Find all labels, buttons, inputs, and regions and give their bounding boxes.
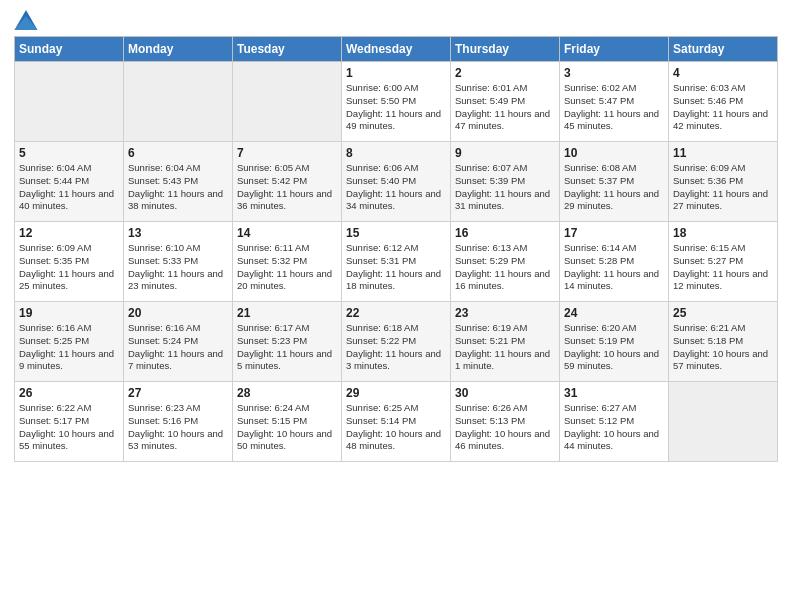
day-number: 23 xyxy=(455,306,555,320)
day-number: 18 xyxy=(673,226,773,240)
day-number: 29 xyxy=(346,386,446,400)
day-info: Sunrise: 6:03 AM Sunset: 5:46 PM Dayligh… xyxy=(673,82,773,133)
day-cell: 15Sunrise: 6:12 AM Sunset: 5:31 PM Dayli… xyxy=(342,222,451,302)
day-cell: 24Sunrise: 6:20 AM Sunset: 5:19 PM Dayli… xyxy=(560,302,669,382)
day-info: Sunrise: 6:17 AM Sunset: 5:23 PM Dayligh… xyxy=(237,322,337,373)
day-number: 12 xyxy=(19,226,119,240)
day-number: 19 xyxy=(19,306,119,320)
day-cell: 4Sunrise: 6:03 AM Sunset: 5:46 PM Daylig… xyxy=(669,62,778,142)
day-info: Sunrise: 6:15 AM Sunset: 5:27 PM Dayligh… xyxy=(673,242,773,293)
day-cell: 28Sunrise: 6:24 AM Sunset: 5:15 PM Dayli… xyxy=(233,382,342,462)
day-number: 7 xyxy=(237,146,337,160)
week-row-1: 1Sunrise: 6:00 AM Sunset: 5:50 PM Daylig… xyxy=(15,62,778,142)
day-info: Sunrise: 6:11 AM Sunset: 5:32 PM Dayligh… xyxy=(237,242,337,293)
calendar-table: SundayMondayTuesdayWednesdayThursdayFrid… xyxy=(14,36,778,462)
day-cell: 16Sunrise: 6:13 AM Sunset: 5:29 PM Dayli… xyxy=(451,222,560,302)
day-cell: 1Sunrise: 6:00 AM Sunset: 5:50 PM Daylig… xyxy=(342,62,451,142)
day-number: 10 xyxy=(564,146,664,160)
day-info: Sunrise: 6:25 AM Sunset: 5:14 PM Dayligh… xyxy=(346,402,446,453)
logo-icon xyxy=(14,10,38,30)
day-info: Sunrise: 6:26 AM Sunset: 5:13 PM Dayligh… xyxy=(455,402,555,453)
day-number: 2 xyxy=(455,66,555,80)
day-info: Sunrise: 6:12 AM Sunset: 5:31 PM Dayligh… xyxy=(346,242,446,293)
day-cell: 2Sunrise: 6:01 AM Sunset: 5:49 PM Daylig… xyxy=(451,62,560,142)
weekday-header-sunday: Sunday xyxy=(15,37,124,62)
day-cell xyxy=(669,382,778,462)
day-number: 16 xyxy=(455,226,555,240)
day-number: 13 xyxy=(128,226,228,240)
day-cell: 14Sunrise: 6:11 AM Sunset: 5:32 PM Dayli… xyxy=(233,222,342,302)
day-number: 30 xyxy=(455,386,555,400)
day-cell: 13Sunrise: 6:10 AM Sunset: 5:33 PM Dayli… xyxy=(124,222,233,302)
day-cell: 22Sunrise: 6:18 AM Sunset: 5:22 PM Dayli… xyxy=(342,302,451,382)
day-number: 17 xyxy=(564,226,664,240)
day-info: Sunrise: 6:16 AM Sunset: 5:24 PM Dayligh… xyxy=(128,322,228,373)
day-cell: 17Sunrise: 6:14 AM Sunset: 5:28 PM Dayli… xyxy=(560,222,669,302)
logo xyxy=(14,10,42,30)
day-cell: 3Sunrise: 6:02 AM Sunset: 5:47 PM Daylig… xyxy=(560,62,669,142)
day-number: 28 xyxy=(237,386,337,400)
day-info: Sunrise: 6:00 AM Sunset: 5:50 PM Dayligh… xyxy=(346,82,446,133)
day-number: 27 xyxy=(128,386,228,400)
main-container: SundayMondayTuesdayWednesdayThursdayFrid… xyxy=(0,0,792,472)
week-row-3: 12Sunrise: 6:09 AM Sunset: 5:35 PM Dayli… xyxy=(15,222,778,302)
week-row-2: 5Sunrise: 6:04 AM Sunset: 5:44 PM Daylig… xyxy=(15,142,778,222)
day-info: Sunrise: 6:04 AM Sunset: 5:44 PM Dayligh… xyxy=(19,162,119,213)
day-number: 21 xyxy=(237,306,337,320)
day-cell: 19Sunrise: 6:16 AM Sunset: 5:25 PM Dayli… xyxy=(15,302,124,382)
svg-marker-1 xyxy=(14,16,37,30)
day-info: Sunrise: 6:08 AM Sunset: 5:37 PM Dayligh… xyxy=(564,162,664,213)
day-number: 5 xyxy=(19,146,119,160)
day-info: Sunrise: 6:05 AM Sunset: 5:42 PM Dayligh… xyxy=(237,162,337,213)
day-cell: 31Sunrise: 6:27 AM Sunset: 5:12 PM Dayli… xyxy=(560,382,669,462)
day-info: Sunrise: 6:01 AM Sunset: 5:49 PM Dayligh… xyxy=(455,82,555,133)
day-info: Sunrise: 6:07 AM Sunset: 5:39 PM Dayligh… xyxy=(455,162,555,213)
day-number: 11 xyxy=(673,146,773,160)
weekday-header-wednesday: Wednesday xyxy=(342,37,451,62)
day-number: 4 xyxy=(673,66,773,80)
day-cell: 23Sunrise: 6:19 AM Sunset: 5:21 PM Dayli… xyxy=(451,302,560,382)
day-info: Sunrise: 6:24 AM Sunset: 5:15 PM Dayligh… xyxy=(237,402,337,453)
day-number: 22 xyxy=(346,306,446,320)
day-info: Sunrise: 6:20 AM Sunset: 5:19 PM Dayligh… xyxy=(564,322,664,373)
weekday-header-tuesday: Tuesday xyxy=(233,37,342,62)
day-info: Sunrise: 6:14 AM Sunset: 5:28 PM Dayligh… xyxy=(564,242,664,293)
day-cell: 6Sunrise: 6:04 AM Sunset: 5:43 PM Daylig… xyxy=(124,142,233,222)
day-number: 15 xyxy=(346,226,446,240)
weekday-header-thursday: Thursday xyxy=(451,37,560,62)
day-info: Sunrise: 6:22 AM Sunset: 5:17 PM Dayligh… xyxy=(19,402,119,453)
week-row-5: 26Sunrise: 6:22 AM Sunset: 5:17 PM Dayli… xyxy=(15,382,778,462)
day-info: Sunrise: 6:02 AM Sunset: 5:47 PM Dayligh… xyxy=(564,82,664,133)
day-info: Sunrise: 6:27 AM Sunset: 5:12 PM Dayligh… xyxy=(564,402,664,453)
day-cell: 10Sunrise: 6:08 AM Sunset: 5:37 PM Dayli… xyxy=(560,142,669,222)
day-cell xyxy=(233,62,342,142)
day-info: Sunrise: 6:13 AM Sunset: 5:29 PM Dayligh… xyxy=(455,242,555,293)
day-cell: 21Sunrise: 6:17 AM Sunset: 5:23 PM Dayli… xyxy=(233,302,342,382)
day-cell: 30Sunrise: 6:26 AM Sunset: 5:13 PM Dayli… xyxy=(451,382,560,462)
day-number: 9 xyxy=(455,146,555,160)
day-info: Sunrise: 6:18 AM Sunset: 5:22 PM Dayligh… xyxy=(346,322,446,373)
day-cell: 8Sunrise: 6:06 AM Sunset: 5:40 PM Daylig… xyxy=(342,142,451,222)
day-cell: 26Sunrise: 6:22 AM Sunset: 5:17 PM Dayli… xyxy=(15,382,124,462)
day-info: Sunrise: 6:23 AM Sunset: 5:16 PM Dayligh… xyxy=(128,402,228,453)
day-cell xyxy=(15,62,124,142)
day-cell: 27Sunrise: 6:23 AM Sunset: 5:16 PM Dayli… xyxy=(124,382,233,462)
header-row: SundayMondayTuesdayWednesdayThursdayFrid… xyxy=(15,37,778,62)
day-info: Sunrise: 6:10 AM Sunset: 5:33 PM Dayligh… xyxy=(128,242,228,293)
day-number: 25 xyxy=(673,306,773,320)
day-cell: 25Sunrise: 6:21 AM Sunset: 5:18 PM Dayli… xyxy=(669,302,778,382)
day-info: Sunrise: 6:09 AM Sunset: 5:35 PM Dayligh… xyxy=(19,242,119,293)
day-info: Sunrise: 6:09 AM Sunset: 5:36 PM Dayligh… xyxy=(673,162,773,213)
day-cell: 7Sunrise: 6:05 AM Sunset: 5:42 PM Daylig… xyxy=(233,142,342,222)
day-info: Sunrise: 6:19 AM Sunset: 5:21 PM Dayligh… xyxy=(455,322,555,373)
day-cell: 12Sunrise: 6:09 AM Sunset: 5:35 PM Dayli… xyxy=(15,222,124,302)
day-info: Sunrise: 6:06 AM Sunset: 5:40 PM Dayligh… xyxy=(346,162,446,213)
day-info: Sunrise: 6:21 AM Sunset: 5:18 PM Dayligh… xyxy=(673,322,773,373)
day-number: 24 xyxy=(564,306,664,320)
day-number: 14 xyxy=(237,226,337,240)
weekday-header-saturday: Saturday xyxy=(669,37,778,62)
day-number: 3 xyxy=(564,66,664,80)
header xyxy=(14,10,778,30)
day-cell: 9Sunrise: 6:07 AM Sunset: 5:39 PM Daylig… xyxy=(451,142,560,222)
day-number: 1 xyxy=(346,66,446,80)
